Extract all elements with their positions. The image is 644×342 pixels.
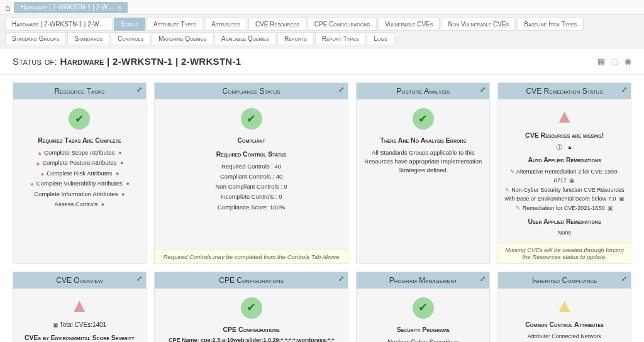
compliance-row: Required Controls : 40 — [161, 162, 342, 171]
compliance-row: Incomplete Controls : 0 — [161, 192, 342, 201]
panel-body: ▲ Common Control Attributes Attribute: C… — [498, 289, 631, 342]
task-item: ▲Complete Vulnerability Attributes ● — [19, 179, 140, 189]
panel-body: ✔ Required Tasks Are Complete ▲Complete … — [13, 99, 146, 263]
header-action-icons: ▦ ◌ ◉ — [597, 57, 631, 66]
panel-resource-tasks: Resource Tasks ⤢ ✔ Required Tasks Are Co… — [13, 82, 147, 264]
tab-standard-groups[interactable]: Standard Groups — [5, 32, 66, 45]
panel-inherited-compliance: Inherited Compliance ⤢ ▲ Common Control … — [497, 272, 631, 342]
breadcrumb-tab[interactable]: Hardware | 2-WRKSTN-1 | 2-W… × — [14, 2, 128, 13]
check-icon: ✔ — [413, 108, 434, 130]
posture-body-text: All Standards Groups applicable to this … — [363, 148, 483, 175]
tab-controls[interactable]: Controls — [111, 32, 150, 45]
panel-title: Inherited Compliance — [532, 276, 597, 285]
panel-cve-remediation: CVE Remediation Status ⤢ ▲ CVE Resources… — [497, 82, 631, 264]
tab-matching-queries[interactable]: Matching Queries — [152, 32, 213, 45]
expand-icon[interactable]: ⤢ — [480, 86, 486, 94]
user-remediation-none: None — [504, 229, 625, 238]
panel-header: Resource Tasks ⤢ — [13, 83, 146, 99]
panel-subheading: Required Control Status — [161, 150, 342, 160]
panel-body: ✔ Compliant Required Control Status Requ… — [155, 99, 348, 250]
remediation-item: ✎ Remediation for CVE-2021-1650 ▣ — [504, 204, 625, 213]
tab-logs[interactable]: Logs — [367, 32, 394, 45]
auto-remediation-heading: Auto Applied Remediations — [504, 155, 625, 165]
cpe-name: CPE Name: cpe:2.3:a:10web:slider:1.0.29:… — [161, 336, 342, 342]
expand-icon[interactable]: ⤢ — [480, 275, 486, 283]
warning-icon: ▲ — [504, 296, 625, 315]
severity-heading: CVEs by Environmental Score Severity — [19, 333, 140, 342]
tab-reports[interactable]: Reports — [277, 32, 314, 45]
loading-icon[interactable]: ◌ — [611, 57, 618, 66]
tab-attributes[interactable]: Attributes — [204, 18, 247, 31]
tab-cpe-configurations[interactable]: CPE Configurations — [308, 18, 377, 31]
expand-icon[interactable]: ⤢ — [136, 275, 142, 283]
user-remediation-heading: User Applied Remediations — [504, 217, 625, 227]
security-program-item: Nuclear Cyber Security▣ — [363, 338, 483, 343]
panel-title: Resource Tasks — [54, 87, 104, 96]
page-title-prefix: Status of: — [13, 56, 60, 67]
panel-body: ▲ CVE Resources are missing! ⓘ ▲ Auto Ap… — [498, 99, 631, 243]
panel-header: CPE Configurations ⤢ — [155, 272, 348, 289]
panel-body: ✔ There Are No Analysis Errors All Stand… — [357, 99, 489, 263]
task-item: ▲Complete Posture Attributes ● — [19, 158, 140, 168]
grid-view-icon[interactable]: ▦ — [597, 57, 605, 66]
warning-icon: ▲ — [19, 296, 140, 315]
panel-title: CVE Remediation Status — [526, 87, 602, 96]
panel-footer: Required Controls may be completed from … — [155, 250, 348, 263]
panel-header: CVE Overview ⤢ — [13, 272, 146, 289]
info-icon[interactable]: ◉ — [625, 57, 631, 66]
panel-cve-overview: CVE Overview ⤢ ▲ ▣Total CVEs:1401 CVEs b… — [13, 272, 147, 342]
panel-heading: Required Tasks Are Complete — [19, 136, 140, 146]
panel-compliance-status: Compliance Status ⤢ ✔ Compliant Required… — [154, 82, 349, 264]
tabstrip: Hardware | 2-WRKSTN-1 | 2-W…StatusAttrib… — [0, 15, 644, 48]
top-bar: ⌂ Hardware | 2-WRKSTN-1 | 2-W… × — [0, 0, 644, 15]
tab-vulnerable-cves[interactable]: Vulnerable CVEs — [378, 18, 440, 31]
compliance-row: Non Compliant Controls : 0 — [161, 182, 342, 191]
check-icon: ✔ — [413, 297, 434, 319]
panel-title: Posture Analysis — [396, 87, 450, 96]
total-cves: ▣Total CVEs:1401 — [19, 320, 140, 330]
panel-posture-analysis: Posture Analysis ⤢ ✔ There Are No Analys… — [356, 82, 490, 264]
breadcrumb-label: Hardware | 2-WRKSTN-1 | 2-W… — [20, 4, 114, 11]
inherited-attr: Attribute: Connected Network — [504, 333, 625, 341]
check-icon: ✔ — [241, 108, 262, 130]
page-title-value: Hardware | 2-WRKSTN-1 | 2-WRKSTN-1 — [60, 56, 242, 67]
panel-header: Compliance Status ⤢ — [155, 83, 348, 99]
remediation-item: ✎ Non-Cyber Security function CVE Resour… — [504, 186, 625, 203]
check-icon: ✔ — [69, 108, 90, 130]
panel-footer: Missing CVEs will be created through for… — [498, 243, 631, 263]
task-item: Assess Controls ● — [19, 200, 140, 209]
tab-non-vulnerable-cves[interactable]: Non Vulnerable CVEs — [441, 18, 516, 31]
expand-icon[interactable]: ⤢ — [338, 275, 344, 283]
panel-header: Posture Analysis ⤢ — [357, 83, 489, 99]
home-icon[interactable]: ⌂ — [5, 3, 10, 13]
page-header: Status of: Hardware | 2-WRKSTN-1 | 2-WRK… — [0, 48, 644, 75]
expand-icon[interactable]: ⤢ — [136, 86, 142, 94]
tab-baseline-item-types[interactable]: Baseline Item Types — [517, 18, 584, 31]
panel-title: Compliance Status — [223, 87, 280, 96]
tab-status[interactable]: Status — [114, 18, 146, 31]
task-item: ▲Complete Risk Attributes ● — [19, 169, 140, 179]
close-icon[interactable]: × — [118, 4, 121, 11]
cpe-subheading: CPE Configurations — [161, 325, 342, 334]
tab-attribute-types[interactable]: Attribute Types — [147, 18, 203, 31]
panel-header: Program Management ⤢ — [357, 272, 489, 289]
tab-standards[interactable]: Standards — [67, 32, 109, 45]
tab-cve-resources[interactable]: CVE Resources — [248, 18, 306, 31]
tab-available-queries[interactable]: Available Queries — [214, 32, 276, 45]
panel-body: ▲ ▣Total CVEs:1401 CVEs by Environmental… — [13, 289, 146, 342]
panel-body: ✔ Security Programs Nuclear Cyber Securi… — [357, 289, 489, 342]
expand-icon[interactable]: ⤢ — [621, 275, 627, 283]
tab-report-types[interactable]: Report Types — [315, 32, 366, 45]
panel-title: CPE Configurations — [219, 276, 284, 285]
panel-program-management: Program Management ⤢ ✔ Security Programs… — [356, 272, 490, 342]
panel-body: ✔ CPE Configurations CPE Name: cpe:2.3:a… — [155, 289, 348, 342]
common-control-heading: Common Control Attributes — [504, 320, 625, 330]
expand-icon[interactable]: ⤢ — [338, 86, 344, 94]
panel-grid: Resource Tasks ⤢ ✔ Required Tasks Are Co… — [0, 75, 644, 342]
expand-icon[interactable]: ⤢ — [621, 86, 627, 94]
compliance-row: Compliance Score: 100% — [161, 203, 342, 212]
panel-header: Inherited Compliance ⤢ — [498, 272, 631, 289]
panel-header: CVE Remediation Status ⤢ — [498, 83, 631, 99]
tab-hardware-2-wrkstn-1-2-w-[interactable]: Hardware | 2-WRKSTN-1 | 2-W… — [5, 18, 113, 31]
page-title: Status of: Hardware | 2-WRKSTN-1 | 2-WRK… — [13, 56, 241, 67]
